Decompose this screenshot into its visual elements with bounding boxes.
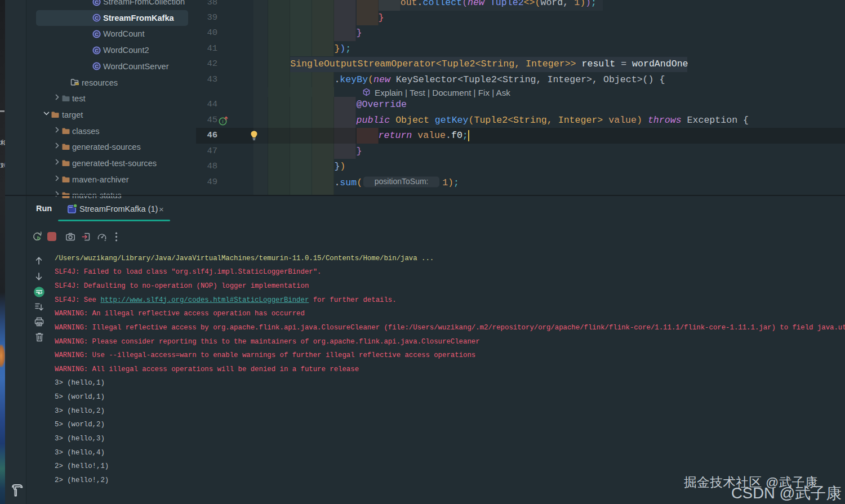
svg-text:C: C (95, 0, 99, 5)
svg-text:C: C (95, 15, 99, 21)
svg-text:C: C (95, 47, 99, 53)
svg-text:C: C (95, 64, 99, 69)
svg-text:C: C (95, 32, 99, 37)
svg-text:I: I (222, 119, 223, 124)
